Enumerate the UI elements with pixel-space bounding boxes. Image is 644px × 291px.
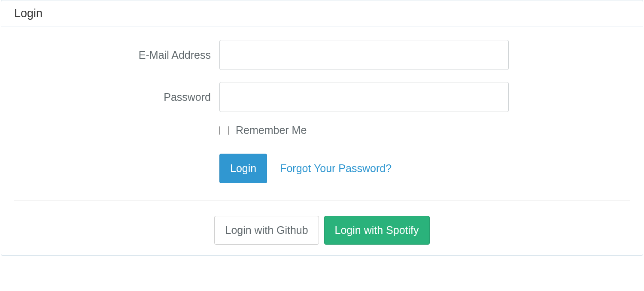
email-input-col — [219, 40, 509, 70]
social-login-row: Login with Github Login with Spotify — [14, 216, 630, 245]
email-input[interactable] — [219, 40, 509, 70]
password-input[interactable] — [219, 82, 509, 112]
divider — [14, 200, 630, 201]
email-label: E-Mail Address — [14, 49, 219, 61]
action-row: Login Forgot Your Password? — [219, 154, 589, 183]
panel-body: E-Mail Address Password Remember Me Logi… — [1, 27, 643, 255]
forgot-password-link[interactable]: Forgot Your Password? — [280, 162, 392, 175]
password-label: Password — [14, 91, 219, 103]
password-group: Password — [14, 82, 630, 112]
remember-row: Remember Me — [219, 124, 589, 136]
login-spotify-button[interactable]: Login with Spotify — [324, 216, 430, 245]
login-panel: Login E-Mail Address Password Remember M… — [1, 0, 643, 256]
panel-title: Login — [1, 0, 643, 27]
login-button[interactable]: Login — [219, 154, 267, 183]
login-github-button[interactable]: Login with Github — [214, 216, 319, 245]
password-input-col — [219, 82, 509, 112]
remember-label[interactable]: Remember Me — [236, 124, 307, 136]
remember-checkbox[interactable] — [219, 126, 229, 135]
email-group: E-Mail Address — [14, 40, 630, 70]
